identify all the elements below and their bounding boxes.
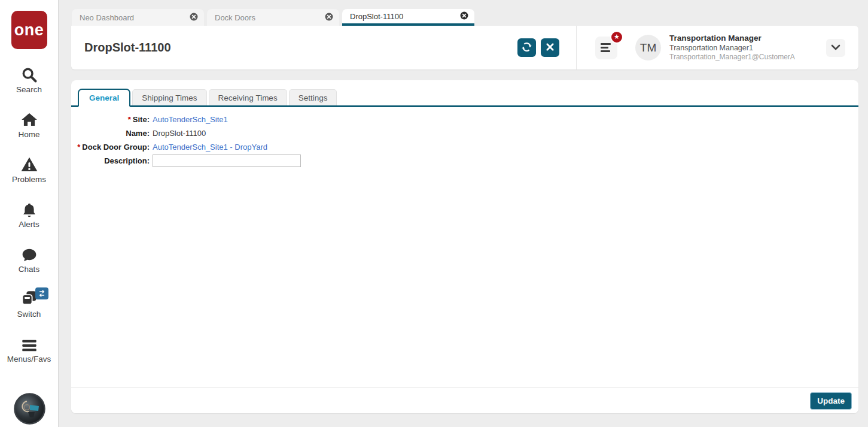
field-label: *Dock Door Group: xyxy=(71,143,150,152)
close-x-icon xyxy=(546,43,555,53)
refresh-button[interactable] xyxy=(517,38,536,57)
refresh-icon xyxy=(521,41,532,54)
tab-close-icon[interactable] xyxy=(190,13,198,23)
chevron-down-icon xyxy=(831,43,840,52)
window-tabstrip: Neo Dashboard Dock Doors DropSlot-11100 xyxy=(72,9,474,26)
neo-assistant-logo[interactable] xyxy=(14,393,45,425)
user-account: Transportation_Manager1@CustomerA xyxy=(669,53,808,62)
dock-door-group-link[interactable]: AutoTenderSch_Site1 - DropYard xyxy=(153,143,267,152)
tab-label: General xyxy=(89,93,119,102)
field-label: Name: xyxy=(71,129,150,138)
general-form: *Site: AutoTenderSch_Site1 Name: DropSlo… xyxy=(71,113,858,168)
window-tab-label: DropSlot-11100 xyxy=(350,12,460,21)
sidebar-item-switch[interactable]: Switch xyxy=(1,290,58,319)
window-tab-dock-doors[interactable]: Dock Doors xyxy=(207,9,339,26)
menu-bar xyxy=(601,50,610,52)
description-input[interactable] xyxy=(153,155,301,167)
window-tab-label: Dock Doors xyxy=(215,13,325,22)
sidebar-item-problems[interactable]: Problems xyxy=(1,155,58,184)
user-info: Transportation Manager Transportation Ma… xyxy=(669,34,808,62)
left-sidebar: one Search Home Problems Alerts Chats xyxy=(0,0,59,427)
sidebar-item-chats[interactable]: Chats xyxy=(1,245,58,274)
hamburger-menu-icon xyxy=(21,335,38,353)
sidebar-item-home[interactable]: Home xyxy=(1,110,58,139)
switch-arrows-badge[interactable] xyxy=(35,287,48,299)
tab-label: Shipping Times xyxy=(142,93,197,102)
tab-label: Settings xyxy=(299,93,328,102)
tab-settings[interactable]: Settings xyxy=(289,89,337,105)
detail-panel: General Shipping Times Receiving Times S… xyxy=(71,80,858,413)
required-marker: * xyxy=(77,143,80,152)
panel-footer: Update xyxy=(71,387,858,413)
sidebar-item-menus-favs[interactable]: Menus/Favs xyxy=(1,335,58,364)
sidebar-item-label: Alerts xyxy=(19,220,39,229)
chat-bubble-icon xyxy=(21,245,38,263)
tab-receiving-times[interactable]: Receiving Times xyxy=(209,89,287,105)
sidebar-item-label: Search xyxy=(16,85,42,94)
bell-icon xyxy=(22,200,37,218)
sidebar-item-label: Problems xyxy=(12,175,46,184)
sidebar-item-alerts[interactable]: Alerts xyxy=(1,200,58,229)
favorites-menu-button[interactable]: ★ xyxy=(595,37,617,59)
logo-text: one xyxy=(14,21,44,40)
required-marker: * xyxy=(128,115,131,124)
field-row-name: Name: DropSlot-11100 xyxy=(71,126,858,140)
avatar-initials: TM xyxy=(640,41,656,54)
tab-close-icon[interactable] xyxy=(325,13,333,23)
header-divider xyxy=(576,26,577,69)
user-name: Transportation Manager1 xyxy=(669,44,808,53)
menu-bar xyxy=(601,47,608,49)
tab-close-icon[interactable] xyxy=(460,11,468,22)
window-tab-dropslot-11100[interactable]: DropSlot-11100 xyxy=(342,9,474,26)
sidebar-item-label: Chats xyxy=(19,265,39,274)
menu-bar xyxy=(601,43,611,45)
field-row-description: Description: xyxy=(71,154,858,168)
warning-triangle-icon xyxy=(20,155,38,173)
sidebar-item-label: Menus/Favs xyxy=(7,355,51,364)
one-network-logo[interactable]: one xyxy=(11,11,47,49)
window-tab-label: Neo Dashboard xyxy=(80,13,190,22)
user-menu-chevron-button[interactable] xyxy=(826,39,845,57)
page-title: DropSlot-11100 xyxy=(84,41,171,54)
field-row-site: *Site: AutoTenderSch_Site1 xyxy=(71,113,858,126)
home-icon xyxy=(20,110,38,128)
site-link[interactable]: AutoTenderSch_Site1 xyxy=(153,115,228,124)
page-header: DropSlot-11100 ★ TM Transportation Manag… xyxy=(71,26,858,69)
sidebar-item-search[interactable]: Search xyxy=(1,65,58,94)
update-button[interactable]: Update xyxy=(810,392,852,410)
star-badge: ★ xyxy=(610,31,623,44)
close-button[interactable] xyxy=(541,38,559,57)
tab-general[interactable]: General xyxy=(78,89,130,107)
field-row-dock-door-group: *Dock Door Group: AutoTenderSch_Site1 - … xyxy=(71,140,858,154)
detail-tab-row: General Shipping Times Receiving Times S… xyxy=(71,80,858,107)
sidebar-item-label: Home xyxy=(18,130,39,139)
name-value: DropSlot-11100 xyxy=(153,129,206,138)
tab-shipping-times[interactable]: Shipping Times xyxy=(132,89,206,105)
user-avatar[interactable]: TM xyxy=(635,35,661,60)
window-tab-neo-dashboard[interactable]: Neo Dashboard xyxy=(72,9,204,26)
user-role: Transportation Manager xyxy=(669,34,808,44)
tab-label: Receiving Times xyxy=(218,93,278,102)
sidebar-item-label: Switch xyxy=(17,310,41,319)
search-icon xyxy=(21,65,38,83)
field-label: Description: xyxy=(71,156,150,165)
field-label: *Site: xyxy=(71,115,150,124)
